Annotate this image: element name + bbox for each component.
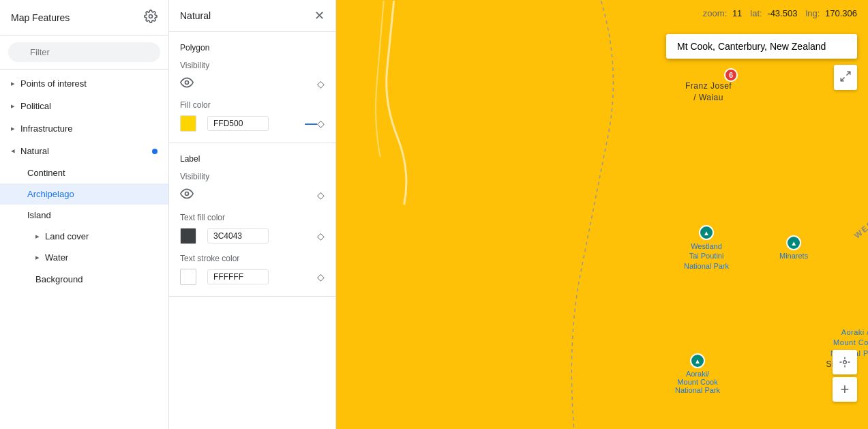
- zoom-in-button[interactable]: +: [833, 377, 857, 402]
- svg-line-2: [847, 72, 850, 75]
- pin-label-westland: WestlandTai PoutiniNational Park: [684, 241, 729, 271]
- island-label: Island: [27, 210, 51, 220]
- chevron-down-icon: ▾: [9, 149, 18, 153]
- pin-label-aoraki-2: Aoraki/Mount CookNational Park: [675, 370, 720, 394]
- water-label: Water: [45, 252, 68, 263]
- map-topbar: zoom: 11 lat: -43.503 lng: 170.306: [692, 0, 868, 27]
- lng-value: 170.306: [825, 8, 857, 18]
- chevron-right-icon: ▸: [11, 102, 15, 110]
- sidebar-item-land-cover[interactable]: ▸ Land cover: [0, 226, 168, 247]
- fullscreen-button[interactable]: [834, 65, 857, 90]
- fill-color-minus-icon[interactable]: —: [305, 117, 317, 131]
- text-fill-diamond-icon[interactable]: ◇: [317, 231, 325, 241]
- sidebar-title: Map Features: [11, 12, 70, 23]
- label-visibility-diamond-icon[interactable]: ◇: [317, 190, 325, 201]
- filter-input[interactable]: [8, 42, 160, 62]
- svg-point-1: [185, 192, 189, 196]
- archipelago-label: Archipelago: [27, 189, 74, 199]
- lat-value: -43.503: [767, 8, 797, 18]
- sidebar-item-natural[interactable]: ▾ Natural: [0, 140, 168, 162]
- sidebar-item-background[interactable]: Background: [0, 268, 168, 291]
- sidebar-header: Map Features: [0, 0, 168, 35]
- sidebar-item-political[interactable]: ▸ Political: [0, 95, 168, 117]
- fill-color-row: FFD500 — ◇: [180, 115, 325, 132]
- text-fill-row: 3C4043 ◇: [180, 228, 325, 244]
- continent-label: Continent: [27, 168, 65, 178]
- label-visibility-label: Visibility: [180, 172, 325, 181]
- text-stroke-diamond-icon[interactable]: ◇: [317, 271, 325, 282]
- label-section-label: Label: [180, 154, 325, 164]
- pin-circle-westland: ▲: [699, 225, 714, 240]
- filter-box: ≡: [0, 35, 168, 70]
- svg-point-0: [185, 81, 189, 85]
- pin-label-minarets: Minarets: [779, 252, 808, 260]
- fill-color-swatch[interactable]: [180, 115, 196, 132]
- visibility-eye-icon[interactable]: [180, 76, 194, 92]
- fill-color-diamond-icon[interactable]: ◇: [317, 118, 325, 129]
- svg-line-3: [841, 78, 844, 81]
- land-cover-label: Land cover: [45, 231, 89, 241]
- map-place-label-franzjosef: Franz Josef/ Waiau: [685, 80, 732, 104]
- text-fill-value[interactable]: 3C4043: [207, 228, 269, 243]
- location-button[interactable]: [833, 350, 857, 374]
- sidebar: Map Features ≡ ▸ Points of interest ▸ Po…: [0, 0, 169, 429]
- gear-icon[interactable]: [144, 10, 158, 25]
- lng-label: lng: 170.306: [805, 8, 857, 18]
- polygon-visibility-row: ◇: [180, 76, 325, 92]
- properties-panel: Natural ✕ Polygon Visibility ◇ Fill colo…: [169, 0, 336, 429]
- pin-aoraki-2: ▲ Aoraki/Mount CookNational Park: [675, 353, 720, 394]
- panel-title: Natural: [180, 10, 211, 21]
- map-controls: +: [833, 350, 857, 402]
- sidebar-item-label: Points of interest: [20, 78, 158, 89]
- visibility-label: Visibility: [180, 61, 325, 70]
- map-cluster: 6: [724, 68, 738, 82]
- sidebar-item-points-of-interest[interactable]: ▸ Points of interest: [0, 72, 168, 95]
- label-section: Label Visibility ◇ Text fill color 3C404…: [169, 143, 335, 297]
- close-button[interactable]: ✕: [314, 10, 325, 22]
- text-stroke-value[interactable]: FFFFFF: [207, 269, 269, 284]
- park-icon: ▲: [694, 357, 701, 365]
- chevron-right-icon: ▸: [11, 124, 15, 133]
- lat-label: lat: -43.503: [750, 8, 797, 18]
- pin-minarets: ▲ Minarets: [779, 235, 808, 260]
- park-icon: ▲: [703, 229, 710, 237]
- chevron-right-icon: ▸: [11, 79, 15, 88]
- chevron-right-icon: ▸: [35, 232, 40, 241]
- text-stroke-row: FFFFFF ◇: [180, 269, 325, 285]
- map-search-text: Mt Cook, Canterbury, New Zealand: [677, 41, 826, 52]
- pin-westland: ▲ WestlandTai PoutiniNational Park: [684, 225, 729, 271]
- panel-header: Natural ✕: [169, 0, 335, 32]
- sidebar-item-label: Political: [20, 101, 158, 111]
- label-visibility-eye-icon[interactable]: [180, 187, 194, 203]
- map-area: zoom: 11 lat: -43.503 lng: 170.306 Mt Co…: [336, 0, 868, 429]
- zoom-label: zoom: 11: [703, 8, 743, 18]
- sidebar-item-label: Natural: [20, 146, 148, 156]
- visibility-diamond-icon[interactable]: ◇: [317, 78, 325, 89]
- pin-circle-aoraki-2: ▲: [690, 353, 705, 368]
- fill-color-value[interactable]: FFD500: [207, 116, 269, 131]
- polygon-section: Polygon Visibility ◇ Fill color FFD500 —…: [169, 32, 335, 143]
- pin-circle-minarets: ▲: [786, 235, 801, 250]
- fill-color-label: Fill color: [180, 100, 325, 110]
- zoom-value: 11: [732, 8, 742, 18]
- sidebar-item-label: Infrastructure: [20, 123, 158, 134]
- sidebar-item-continent[interactable]: Continent: [0, 162, 168, 183]
- sidebar-item-island[interactable]: Island: [0, 205, 168, 226]
- svg-point-4: [843, 361, 847, 364]
- text-stroke-label: Text stroke color: [180, 254, 325, 263]
- sidebar-item-archipelago[interactable]: Archipelago: [0, 183, 168, 205]
- sidebar-item-water[interactable]: ▸ Water: [0, 247, 168, 268]
- label-visibility-row: ◇: [180, 187, 325, 203]
- chevron-right-icon: ▸: [35, 253, 40, 262]
- text-fill-label: Text fill color: [180, 213, 325, 222]
- text-fill-swatch[interactable]: [180, 228, 196, 244]
- map-svg: [336, 0, 868, 429]
- sidebar-item-label: Background: [35, 274, 158, 284]
- polygon-section-label: Polygon: [180, 43, 325, 53]
- natural-sub-items: Continent Archipelago Island: [0, 162, 168, 226]
- map-search-box[interactable]: Mt Cook, Canterbury, New Zealand: [666, 34, 857, 59]
- sidebar-item-infrastructure[interactable]: ▸ Infrastructure: [0, 117, 168, 140]
- park-icon: ▲: [790, 239, 797, 247]
- active-dot: [152, 149, 158, 154]
- text-stroke-swatch[interactable]: [180, 269, 196, 285]
